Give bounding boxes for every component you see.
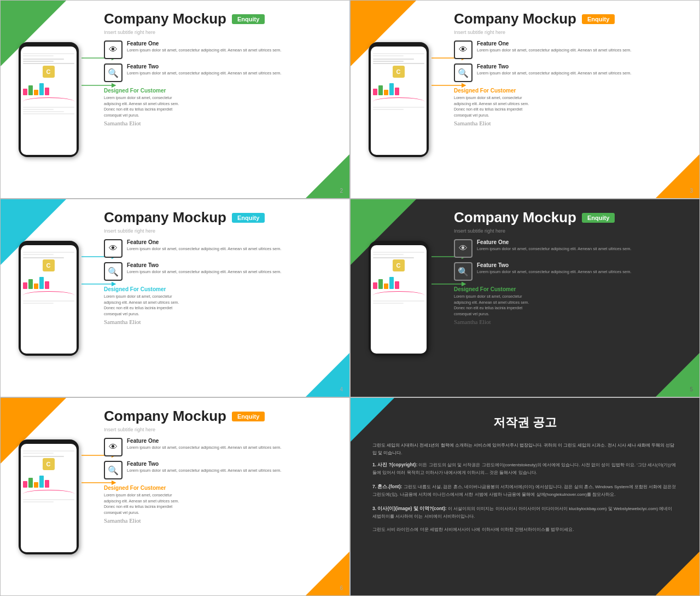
designed-section-1: Designed For Customer Lorem ipsum dolor … xyxy=(104,88,341,126)
feature-desc-3-2: Lorem ipsum dolor sit amet, consectetur … xyxy=(127,269,282,275)
features-area-4: 👁 Feature One Lorem ipsum dolor sit amet… xyxy=(454,239,691,281)
features-area-5: 👁 Feature One Lorem ipsum dolor sit amet… xyxy=(104,438,341,479)
copyright-section-3: 3. 이사(이)(image) 및 이역?(cont): 이 서설이의의 이미지… xyxy=(372,505,678,521)
feature-icon-box-eye-5: 👁 xyxy=(104,438,122,456)
slide-subtitle-2: Insert subtitle right here xyxy=(454,30,691,35)
feature-item-3-1: 👁 Feature One Lorem ipsum dolor sit amet… xyxy=(104,239,341,258)
slide-title-1: Company Mockup xyxy=(104,10,226,27)
phone-body-5: C xyxy=(19,439,79,554)
feature-icon-box-eye-4: 👁 xyxy=(454,239,472,258)
feature-title-5-1: Feature One xyxy=(127,438,282,444)
enquiry-badge-4: Enquity xyxy=(582,213,615,223)
feature-icon-box-eye-3: 👁 xyxy=(104,239,122,258)
designed-title-3: Designed For Customer xyxy=(104,286,341,292)
slide-subtitle-4: Insert subtitle right here xyxy=(454,228,691,234)
feature-icon-box-search-4: 🔍 xyxy=(454,262,472,281)
copyright-section-title-3: 3. 이사(이)(image) 및 이역?(cont): xyxy=(372,506,447,511)
feature-item-2-1: 👁 Feature One Lorem ipsum dolor sit amet… xyxy=(454,40,691,59)
feature-item-2-2: 🔍 Feature Two Lorem ipsum dolor sit amet… xyxy=(454,63,691,82)
slide-content-1: Company Mockup Enquity Insert subtitle r… xyxy=(96,1,349,198)
phone-mockup: C xyxy=(1,1,96,198)
slide-header-5: Company Mockup Enquity xyxy=(104,408,341,425)
feature-title-3-1: Feature One xyxy=(127,239,282,245)
slide-title-4: Company Mockup xyxy=(454,209,576,226)
phone-mockup-4: C xyxy=(351,199,446,397)
feature-title-4-1: Feature One xyxy=(477,239,632,245)
copyright-section-title-1: 1. 사진 ?(copyright): xyxy=(372,462,417,467)
feature-icon-box-search-3: 🔍 xyxy=(104,262,122,281)
phone-notch-3 xyxy=(40,241,57,245)
slide-title-2: Company Mockup xyxy=(454,10,576,27)
feature-desc-4-2: Lorem ipsum dolor sit amet, consectetur … xyxy=(477,269,632,275)
slide-2: C xyxy=(350,0,700,199)
feature-text-4-2: Feature Two Lorem ipsum dolor sit amet, … xyxy=(477,262,632,275)
slide-header-4: Company Mockup Enquity xyxy=(454,209,691,226)
features-area-3: 👁 Feature One Lorem ipsum dolor sit amet… xyxy=(104,239,341,281)
signature-3: Samantha Eliot xyxy=(104,319,341,325)
feature-title-1-1: Feature One xyxy=(127,40,282,47)
copyright-section-text-1: 이든 그린도의 삶의 및 서작권은 그린도에이(contentstokeuty)… xyxy=(372,462,676,475)
slide-subtitle-1: Insert subtitle right here xyxy=(104,30,341,35)
search-icon-3: 🔍 xyxy=(108,267,119,277)
signature-4: Samantha Eliot xyxy=(454,319,691,325)
phone-screen-4: C xyxy=(371,245,427,354)
feature-text-3-2: Feature Two Lorem ipsum dolor sit amet, … xyxy=(127,262,282,275)
copyright-content: 저작권 공고 그린도 세입의 시대하시 전세1년의 협력에 소개하는 서비스에 … xyxy=(351,398,699,556)
feature-desc-4-1: Lorem ipsum dolor sit amet, consectetur … xyxy=(477,246,632,252)
phone-body-2: C xyxy=(369,42,429,157)
page-num-3: 4 xyxy=(340,386,343,392)
phone-body-4: C xyxy=(369,241,429,356)
phone-notch-2 xyxy=(390,42,407,47)
slide-subtitle-5: Insert subtitle right here xyxy=(104,427,341,432)
feature-icon-box-eye-1: 👁 xyxy=(104,40,122,59)
feature-item-4-2: 🔍 Feature Two Lorem ipsum dolor sit amet… xyxy=(454,262,691,281)
slide-1: C xyxy=(0,0,350,199)
feature-item-5-1: 👁 Feature One Lorem ipsum dolor sit amet… xyxy=(104,438,341,456)
copyright-section-title-2: 7. 혼스.(font): xyxy=(372,484,402,489)
feature-text-2-2: Feature Two Lorem ipsum dolor sit amet, … xyxy=(477,63,632,77)
page-num-2: 3 xyxy=(690,188,693,194)
feature-text-3-1: Feature One Lorem ipsum dolor sit amet, … xyxy=(127,239,282,252)
designed-section-4: Designed For Customer Lorem ipsum dolor … xyxy=(454,286,691,325)
phone-notch xyxy=(40,42,57,47)
feature-text-2-1: Feature One Lorem ipsum dolor sit amet, … xyxy=(477,40,632,54)
feature-desc-2-2: Lorem ipsum dolor sit amet, consectetur … xyxy=(477,71,632,77)
eye-icon-3: 👁 xyxy=(109,244,118,253)
eye-icon-4: 👁 xyxy=(459,244,468,253)
search-icon-4: 🔍 xyxy=(458,267,469,277)
feature-text-1-1: Feature One Lorem ipsum dolor sit amet, … xyxy=(127,40,282,54)
slide-5: C xyxy=(0,397,350,596)
slide-content-4: Company Mockup Enquity Insert subtitle r… xyxy=(446,199,699,397)
slide-3: C xyxy=(0,199,350,397)
feature-desc-2-1: Lorem ipsum dolor sit amet, consectetur … xyxy=(477,48,632,54)
designed-title-4: Designed For Customer xyxy=(454,286,691,292)
designed-section-5: Designed For Customer Lorem ipsum dolor … xyxy=(104,485,341,524)
phone-notch-4 xyxy=(390,241,407,245)
eye-icon-5: 👁 xyxy=(109,442,118,452)
copyright-section-4: 그린도 서비 라이인스에 더운 세법한 서비에서사이 나에 이하사에 이하한 건… xyxy=(372,526,678,534)
phone-screen-5: C xyxy=(21,444,77,552)
feature-desc-1-2: Lorem ipsum dolor sit amet, consectetur … xyxy=(127,71,282,77)
copyright-section-text-4: 그린도 서비 라이인스에 더운 세법한 서비에서사이 나에 이하사에 이하한 건… xyxy=(372,527,574,532)
feature-icon-box-eye-2: 👁 xyxy=(454,40,472,59)
phone-body-3: C xyxy=(19,241,79,356)
phone-mockup-2: C xyxy=(351,1,446,198)
phone-screen-2: C xyxy=(371,47,427,155)
designed-section-2: Designed For Customer Lorem ipsum dolor … xyxy=(454,88,691,126)
feature-title-2-1: Feature One xyxy=(477,40,632,47)
slide-content-2: Company Mockup Enquity Insert subtitle r… xyxy=(446,1,699,198)
phone-mockup-5: C xyxy=(1,398,96,595)
designed-section-3: Designed For Customer Lorem ipsum dolor … xyxy=(104,286,341,325)
feature-icon-box-search-1: 🔍 xyxy=(104,63,122,82)
designed-title-1: Designed For Customer xyxy=(104,88,341,94)
designed-text-5: Lorem ipsum dolor sit amet, consectetura… xyxy=(104,493,341,516)
corner-accent-br-6 xyxy=(656,552,699,595)
search-icon-5: 🔍 xyxy=(108,465,119,476)
page-num-1: 2 xyxy=(340,188,343,194)
page-num-5: 6 xyxy=(340,585,343,591)
enquiry-badge-2: Enquity xyxy=(582,14,615,24)
enquiry-badge-5: Enquity xyxy=(232,412,265,421)
feature-text-1-2: Feature Two Lorem ipsum dolor sit amet, … xyxy=(127,63,282,77)
designed-text-1: Lorem ipsum dolor sit amet, consectetura… xyxy=(104,95,341,118)
feature-item-5-2: 🔍 Feature Two Lorem ipsum dolor sit amet… xyxy=(104,461,341,479)
